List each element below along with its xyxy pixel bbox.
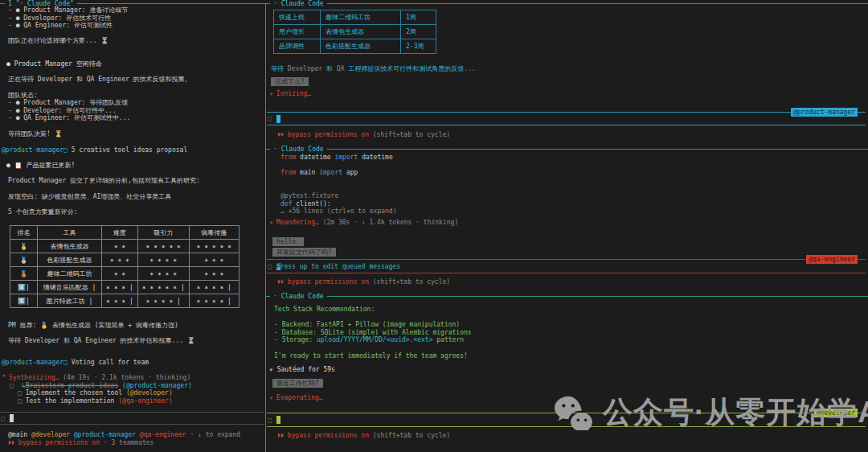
cell-viral: ✶ ✶ ✶ (189, 267, 239, 281)
gap-line: 发现空白: 缺少视觉创意类、AI增强类、社交分享类工具 (8, 193, 265, 201)
mention-qa-engineer: (@qa-engineer) (118, 397, 172, 405)
spinner-meandering: ✳Meandering… (2m 30s · ↓ 1.4k tokens · t… (269, 219, 458, 227)
cell-difficulty: ✶ ✶ ✶ | (102, 281, 138, 294)
code-decorator: @pytest.fixture (280, 192, 397, 200)
bypass-line: ⏵⏵ bypass permissions on (shift+tab to c… (277, 131, 450, 139)
analysis-line: Product Manager 提交了更详细的分析,包括对现有工具的研究: (8, 177, 265, 185)
agent-status-pm: - ● Product Manager: 等待团队反馈 (8, 99, 265, 107)
team-lead-input[interactable]: □ (0, 412, 264, 425)
qa-engineer-input[interactable]: □Press up to edit queued messages @qa-en… (267, 259, 866, 273)
spinner-ionizing: ✳Ionizing… (269, 90, 311, 98)
cell-difficulty: ✶ ✶ (102, 267, 138, 281)
waiting-feedback-line: 正在等待 Developer 和 QA Engineer 的技术反馈和投票。 (8, 76, 265, 84)
cell-duration: 2周 (401, 25, 436, 39)
todo-item[interactable]: □ Implement the chosen tool (@developer) (18, 389, 265, 397)
agent-tab-qa-engineer[interactable]: @qa-engineer (140, 431, 186, 438)
col-viral: 病毒传播 (189, 226, 239, 240)
table-header-row: 排名 工具 难度 吸引力 病毒传播 (10, 226, 240, 240)
tech-stack-block: Tech Stack Recommendation: - Backend: Fa… (274, 306, 472, 360)
todo-item[interactable]: □ Test the implementation (@qa-engineer) (18, 397, 265, 405)
cell-viral: ✶ ✶ ✶ ✶ | (189, 281, 239, 294)
watermark-text: 公众号·从零开始学AI (603, 392, 868, 433)
table-row: 🥈色彩搭配生成器✶ ✶ ✶✶ ✶ ✶ ✶✶ ✶ ✶ (10, 253, 240, 267)
prompt-icon: □ (268, 417, 272, 424)
cell-tool: 色彩搭配生成器 (321, 39, 401, 54)
code-line: from main import app (280, 169, 397, 177)
cell-appeal: ✶ ✶ ✶ ✶ ✶ | (137, 281, 189, 294)
cell-rank: 🥉 (10, 267, 38, 281)
text-cursor (276, 416, 280, 424)
mention-developer: (@developer) (126, 389, 173, 397)
user-message: hello. (272, 237, 304, 246)
spinner-synthesizing: *Synthesizing… (4m 19s · 2.1k tokens · t… (2, 374, 265, 382)
col-rank: 排名 (10, 226, 38, 240)
col-appeal: 吸引力 (137, 226, 189, 240)
cell-tool: 表情包生成器 (38, 240, 102, 253)
user-message: 开发提交代码了吗? (272, 248, 336, 257)
bypass-line: ⏵⏵ bypass permissions on (shift+tab to c… (277, 278, 450, 286)
prompt-icon: □ (1, 415, 5, 422)
user-message: 完成了么? (271, 77, 309, 88)
cell-goal: 品牌调性 (274, 39, 321, 54)
team-lead-statusline: @main @developer @product-manager @qa-en… (0, 431, 265, 446)
cell-rank: 4️⃣| (10, 281, 38, 294)
expand-hint: · ↓ to expand (190, 431, 240, 438)
cell-tool: 表情包生成器 (321, 25, 401, 39)
code-line: from datetime import datetime (280, 154, 397, 162)
table-row: 快速上线趣味二维码工坊1周 (274, 10, 436, 25)
todo-item[interactable]: □↳Brainstorm product ideas (@product-man… (10, 382, 265, 390)
wechat-icon (553, 395, 595, 430)
col-tool: 工具 (38, 226, 102, 240)
cell-duration: 2-3周 (401, 39, 436, 54)
cell-difficulty: ✶ ✶ ✶ | (102, 294, 138, 308)
tech-item: - Backend: FastAPI + Pillow (image manip… (274, 321, 472, 329)
spinner-sauteed: ✳ Sautéed for 59s (269, 366, 335, 374)
pane-qa-engineer[interactable]: from datetime import datetime from main … (266, 150, 868, 296)
mention-product-manager: @product-manager□ (2, 359, 68, 366)
cell-tool: 情绪音乐匹配器 | (38, 281, 102, 294)
agent-prep-qa: - ● QA Engineer: 评估可测试性 (8, 22, 265, 30)
tech-stack-header: Tech Stack Recommendation: (274, 306, 472, 314)
cell-goal: 快速上线 (274, 10, 321, 25)
watermark: 公众号·从零开始学AI (553, 392, 868, 433)
cell-viral: ✶ ✶ ✶ ✶ | (189, 294, 239, 308)
agent-status-qa: - ● QA Engineer: 评估可测试性中... (8, 114, 265, 122)
cell-appeal: ✶ ✶ ✶ ✶ (137, 253, 189, 267)
cell-rank: 🥇 (10, 240, 38, 253)
text-cursor (10, 414, 14, 422)
rescore-line: 5 个创意方案重新评分: (8, 208, 265, 216)
discussing-line: 团队正在讨论选择哪个方案... ⏳ (8, 37, 265, 45)
mention-product-manager: @product-manager□ (2, 146, 68, 154)
waiting-decision-line: 等待团队决策! ⏳ (8, 130, 265, 138)
col-difficulty: 难度 (102, 226, 138, 240)
prompt-icon: □ (268, 115, 272, 122)
cell-tool: 图片特效工坊 | (38, 294, 102, 308)
cell-tool: 色彩搭配生成器 (38, 253, 102, 267)
todo-checkbox: □ (18, 397, 22, 405)
queued-user-messages: hello. 开发提交代码了吗? (272, 237, 336, 258)
cell-tool: 趣味二维码工坊 (38, 267, 102, 281)
spinner-evaporating: ✳Evaporating… (269, 394, 323, 402)
mention-product-manager: (@product-manager) (122, 382, 192, 389)
recommend-block: PM 推荐: 🥇 表情包生成器 (实现简单 + 病毒传播力强) 等待 Devel… (0, 322, 265, 345)
agent-tab-main[interactable]: @main (8, 431, 27, 438)
pm-message-1: @product-manager□ 5 creative tool ideas … (2, 146, 265, 154)
agent-tabs: @main @developer @product-manager @qa-en… (8, 431, 265, 439)
idea-score-table: 排名 工具 难度 吸引力 病毒传播 🥇表情包生成器✶ ✶✶ ✶ ✶ ✶ ✶✶ ✶… (10, 225, 240, 308)
product-manager-input[interactable]: □ @product-manager (267, 112, 866, 125)
cell-rank: 5️⃣| (10, 294, 38, 308)
team-status-label: 团队状态: (8, 92, 265, 100)
ready-line: I'm ready to start immediately if the te… (274, 352, 472, 360)
pane-product-manager[interactable]: 快速上线趣味二维码工坊1周 用户增长表情包生成器2周 品牌调性色彩搭配生成器2-… (266, 3, 868, 149)
cell-viral: ✶ ✶ ✶ (189, 253, 239, 267)
table-row: 5️⃣|图片特效工坊 |✶ ✶ ✶ |✶ ✶ ✶ ✶ |✶ ✶ ✶ ✶ | (10, 294, 240, 308)
table-row: 4️⃣|情绪音乐匹配器 |✶ ✶ ✶ |✶ ✶ ✶ ✶ ✶ |✶ ✶ ✶ ✶ | (10, 281, 240, 294)
agent-tab-product-manager[interactable]: @product-manager (74, 431, 136, 438)
collapsed-lines-hint[interactable]: … +56 lines (ctrl+o to expand) (280, 208, 397, 216)
pane-team-lead[interactable]: - ● Product Manager: 准备讨论细节 - ● Develope… (0, 0, 265, 452)
agent-tab-developer[interactable]: @developer (31, 431, 70, 438)
todo-block: @product-manager□ Voting call for team *… (0, 359, 265, 405)
pm-waiting-line: 等待 Developer 和 QA 工程师提供技术可行性和测试角度的反馈... (271, 65, 476, 73)
agent-status-dev: - ● Developer: 评估可行性中... (8, 107, 265, 115)
cell-appeal: ✶ ✶ ✶ ✶ | (137, 294, 189, 308)
